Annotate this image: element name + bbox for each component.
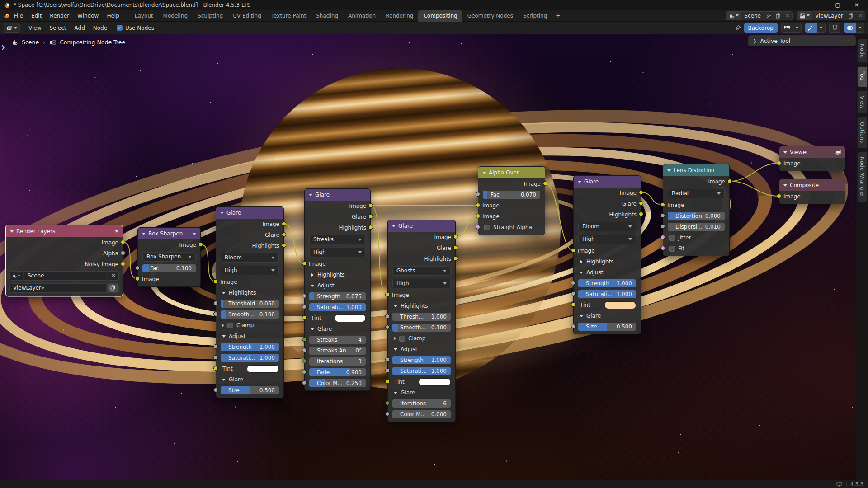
node-render-layers[interactable]: Render LayersImageAlphaNoisy ImageScene✕… (5, 225, 123, 296)
node-lens-distortion[interactable]: Lens DistortionImageRadialImageDistortio… (663, 164, 730, 256)
slider-distortion[interactable]: Distortion0.000 (668, 212, 725, 220)
slider-saturati-[interactable]: Saturati...1.000 (221, 354, 279, 362)
node-glare-streaks[interactable]: GlareImageGlareHighlightsStreaksHighImag… (304, 188, 371, 391)
active-tool-panel-header[interactable]: ❯ Active Tool :::: (748, 35, 856, 46)
slider-iterations[interactable]: Iterations6 (392, 399, 451, 408)
input-socket-fac[interactable] (476, 192, 480, 197)
input-socket-tint[interactable] (302, 315, 307, 320)
input-socket-strength[interactable] (385, 357, 390, 362)
node-alpha-over[interactable]: Alpha OverImageFac0.070ImageImageStraigh… (478, 166, 545, 235)
gizmo-toggle-button[interactable] (805, 23, 817, 33)
sidebar-tab-view[interactable]: View (857, 91, 867, 114)
input-socket-saturati-[interactable] (385, 368, 390, 373)
node-header[interactable]: Glare (216, 207, 283, 219)
input-socket-tint[interactable] (385, 379, 390, 384)
input-socket-streaks-an-[interactable] (302, 348, 307, 352)
slider-size[interactable]: Size0.500 (578, 323, 636, 331)
slider-threshold[interactable]: Threshold0.050 (221, 300, 279, 308)
input-socket-saturati-[interactable] (213, 355, 218, 360)
new-scene-icon[interactable] (774, 12, 783, 20)
output-socket-glare[interactable] (453, 245, 458, 250)
scene-icon[interactable] (726, 12, 741, 20)
input-socket-image[interactable] (476, 203, 480, 207)
output-socket-image[interactable] (639, 190, 643, 195)
output-socket-image[interactable] (198, 242, 203, 247)
editor-menu-add[interactable]: Add (71, 23, 89, 33)
input-socket-tint[interactable] (571, 302, 576, 307)
gizmo-dropdown[interactable] (817, 23, 826, 33)
workspace-tab-shading[interactable]: Shading (311, 10, 343, 22)
input-socket-straight-alpha[interactable] (476, 225, 480, 229)
input-socket-threshold[interactable] (213, 301, 218, 305)
input-socket-strength[interactable] (571, 281, 576, 285)
editor-menu-node[interactable]: Node (89, 23, 111, 33)
input-socket-fit[interactable] (660, 246, 665, 250)
input-socket-image[interactable] (777, 194, 781, 198)
input-socket-image[interactable] (302, 261, 307, 266)
slider-strength[interactable]: Strength1.000 (221, 343, 279, 351)
node-viewer[interactable]: ViewerImage (779, 146, 845, 171)
sidebar-tab-node[interactable]: Node (857, 39, 867, 63)
workspace-tab-rendering[interactable]: Rendering (381, 10, 418, 22)
input-socket-tint[interactable] (213, 366, 218, 371)
node-header[interactable]: Glare (388, 220, 455, 232)
editor-menu-view[interactable]: View (24, 23, 45, 33)
pin-icon[interactable] (733, 25, 743, 31)
section-glare[interactable]: Glare (574, 310, 641, 321)
slider-fac[interactable]: Fac0.070 (483, 191, 540, 199)
color-swatch[interactable] (604, 301, 636, 309)
input-socket-streaks[interactable] (302, 337, 307, 342)
render-layer-button[interactable] (107, 283, 119, 293)
node-glare-bloom-right[interactable]: GlareImageGlareHighlightsBloomHighImageH… (573, 175, 641, 334)
workspace-tab-scripting[interactable]: Scripting (518, 10, 552, 22)
node-viewlayer-selector[interactable]: ViewLayer (9, 283, 119, 293)
input-socket-strength[interactable] (302, 294, 307, 298)
slider-color-m-[interactable]: Color M...0.000 (392, 410, 451, 418)
close-button[interactable]: ✕ (849, 0, 864, 10)
section-highlights[interactable]: Highlights (574, 256, 641, 267)
blender-app-menu-icon[interactable] (3, 13, 10, 19)
workspace-tab-sculpting[interactable]: Sculpting (193, 10, 228, 22)
dropdown-high[interactable]: High (309, 248, 366, 257)
scene-name[interactable]: Scene (741, 13, 764, 19)
output-socket-alpha[interactable] (121, 251, 125, 255)
slider-iterations[interactable]: Iterations3 (309, 357, 366, 366)
use-nodes-toggle[interactable]: ✓ Use Nodes (117, 25, 154, 31)
scene-selector[interactable]: Scene ✕ (726, 11, 793, 20)
workspace-tab-layout[interactable]: Layout (130, 10, 158, 22)
sidebar-tab-node-wrangler[interactable]: Node Wrangler (857, 152, 867, 202)
section-glare[interactable]: Glare (216, 374, 283, 385)
slider-smooth-[interactable]: Smooth...0.100 (392, 324, 451, 332)
output-socket-highlights[interactable] (282, 243, 286, 248)
scene-icon[interactable] (9, 271, 23, 281)
input-socket-color-m-[interactable] (302, 380, 307, 385)
backdrop-toggle-button[interactable]: Backdrop (744, 23, 778, 33)
output-socket-highlights[interactable] (639, 212, 643, 216)
overlays-dropdown[interactable] (856, 23, 864, 33)
dropdown-bloom[interactable]: Bloom (221, 253, 279, 263)
use-nodes-checkbox[interactable]: ✓ (117, 25, 123, 31)
dropdown-streaks[interactable]: Streaks (309, 235, 366, 244)
node-header[interactable]: Glare (574, 176, 641, 188)
dropdown-high[interactable]: High (578, 235, 636, 244)
output-socket-image[interactable] (121, 240, 125, 244)
toolbar-expand-icon[interactable]: ❯ (1, 44, 5, 50)
expander-right-icon[interactable] (222, 324, 224, 327)
output-socket-image[interactable] (282, 221, 286, 226)
slider-fade[interactable]: Fade0.900 (309, 368, 366, 376)
workspace-tab-animation[interactable]: Animation (343, 10, 381, 22)
dropdown-ghosts[interactable]: Ghosts (392, 266, 451, 276)
slider-streaks-an-[interactable]: Streaks An...0° (309, 347, 366, 355)
dropdown-high[interactable]: High (392, 279, 451, 288)
node-scene-selector[interactable]: Scene✕ (9, 271, 119, 281)
expander-right-icon[interactable] (394, 337, 396, 340)
viewlayer-name[interactable]: ViewLayer (812, 13, 846, 19)
pin-scene-icon[interactable] (764, 12, 774, 20)
dropdown-bloom[interactable]: Bloom (578, 222, 636, 231)
output-socket-noisy image[interactable] (121, 262, 125, 266)
backdrop-channels-dropdown[interactable] (793, 23, 802, 33)
slider-thresh-[interactable]: Thresh...1.000 (392, 313, 451, 321)
input-socket-dispersi-[interactable] (660, 224, 665, 229)
slider-color-m-[interactable]: Color M...0.250 (309, 379, 366, 387)
node-glare-ghosts[interactable]: GlareImageGlareHighlightsGhostsHighImage… (387, 220, 456, 422)
